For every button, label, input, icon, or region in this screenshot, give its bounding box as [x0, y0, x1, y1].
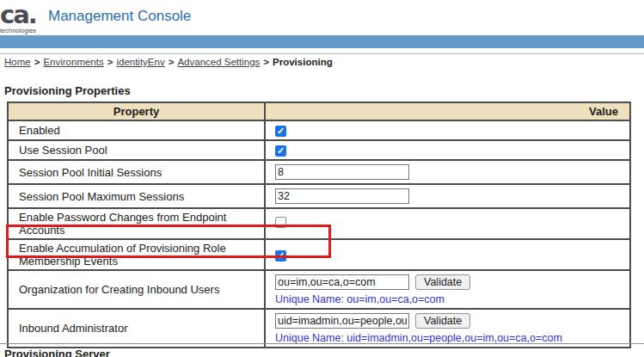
validate-button-organization-for-creating-inbound-users[interactable]: Validate	[415, 274, 470, 290]
properties-table-body: Enabled✓Use Session Pool✓Session Pool In…	[8, 120, 630, 348]
table-row-enabled: Enabled✓	[8, 120, 630, 140]
ca-logo-text: ca.	[0, 3, 45, 28]
property-label: Enabled	[8, 120, 265, 140]
ca-logo-subtext: technologies	[0, 28, 45, 34]
value-cell: ✓	[265, 120, 630, 140]
breadcrumb-separator: >	[34, 57, 40, 67]
column-header-property: Property	[8, 102, 265, 120]
checkbox-enable-accumulation-of-provisioning-role-membership-events[interactable]: ✓	[275, 250, 286, 262]
table-row-session-pool-maximum-sessions: Session Pool Maximum Sessions	[8, 184, 630, 208]
breadcrumb-item-environments[interactable]: Environments	[43, 57, 103, 67]
property-label: Enable Accumulation of Provisioning Role…	[8, 239, 265, 270]
input-inbound-administrator[interactable]	[275, 313, 409, 329]
unique-name-text: Unique Name: uid=imadmin,ou=people,ou=im…	[275, 332, 626, 344]
checkbox-enabled[interactable]: ✓	[275, 126, 286, 137]
input-session-pool-maximum-sessions[interactable]	[275, 188, 409, 204]
breadcrumb-separator: >	[107, 57, 113, 67]
property-label: Enable Password Changes from Endpoint Ac…	[8, 208, 265, 239]
checkbox-use-session-pool[interactable]: ✓	[275, 145, 286, 157]
provisioning-properties-table: Property Value Enabled✓Use Session Pool✓…	[7, 102, 631, 348]
property-label: Organization for Creating Inbound Users	[8, 270, 265, 309]
property-label: Session Pool Maximum Sessions	[8, 184, 265, 208]
value-cell: ValidateUnique Name: uid=imadmin,ou=peop…	[265, 309, 630, 348]
property-label: Use Session Pool	[8, 140, 265, 160]
table-row-organization-for-creating-inbound-users: Organization for Creating Inbound UsersV…	[8, 270, 630, 309]
unique-name-text: Unique Name: ou=im,ou=ca,o=com	[275, 293, 626, 305]
banner-bar	[0, 35, 644, 48]
value-cell	[265, 160, 630, 184]
column-header-value: Value	[265, 102, 630, 120]
footer-section-title: Provisioning Server	[4, 348, 110, 357]
table-row-session-pool-initial-sessions: Session Pool Initial Sessions	[8, 160, 630, 184]
input-session-pool-initial-sessions[interactable]	[275, 164, 409, 180]
table-row-enable-accumulation-of-provisioning-role-membership-events: Enable Accumulation of Provisioning Role…	[8, 239, 630, 270]
footer-divider	[0, 343, 644, 344]
input-organization-for-creating-inbound-users[interactable]	[275, 274, 409, 290]
app-title: Management Console	[48, 8, 191, 25]
breadcrumb-item-provisioning: Provisioning	[273, 57, 333, 67]
table-row-inbound-administrator: Inbound AdministratorValidateUnique Name…	[8, 309, 630, 348]
validate-button-inbound-administrator[interactable]: Validate	[415, 313, 470, 329]
property-label: Session Pool Initial Sessions	[8, 160, 265, 184]
ca-technologies-logo: ca. technologies	[0, 3, 45, 34]
breadcrumb: Home>Environments>identityEnv>Advanced S…	[4, 57, 333, 67]
breadcrumb-separator: >	[169, 57, 175, 67]
checkbox-enable-password-changes-from-endpoint-accounts[interactable]	[275, 217, 286, 228]
value-cell: ✓	[265, 239, 630, 270]
table-row-enable-password-changes-from-endpoint-accounts: Enable Password Changes from Endpoint Ac…	[8, 208, 630, 239]
breadcrumb-item-home[interactable]: Home	[4, 57, 31, 67]
breadcrumb-item-identityenv[interactable]: identityEnv	[116, 57, 164, 67]
page-title: Provisioning Properties	[4, 84, 131, 97]
breadcrumb-separator: >	[263, 57, 269, 67]
value-cell: ✓	[265, 140, 630, 160]
value-cell: ValidateUnique Name: ou=im,ou=ca,o=com	[265, 270, 630, 309]
property-label: Inbound Administrator	[8, 309, 265, 348]
table-header-row: Property Value	[8, 102, 630, 120]
breadcrumb-item-advanced-settings[interactable]: Advanced Settings	[177, 57, 260, 67]
value-cell	[265, 208, 630, 239]
table-row-use-session-pool: Use Session Pool✓	[8, 140, 630, 160]
value-cell	[265, 184, 630, 208]
header-divider	[0, 53, 644, 54]
